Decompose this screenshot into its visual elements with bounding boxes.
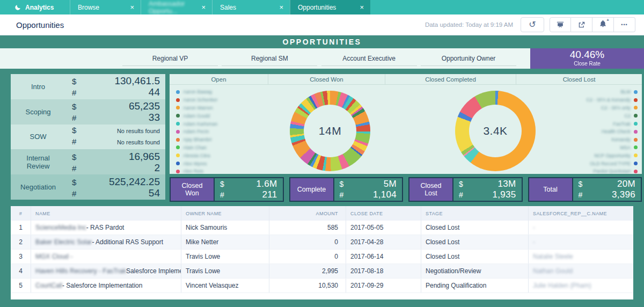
column-header[interactable]: CLOSE DATE — [346, 206, 421, 221]
name-visible: - Salesforce Implementation — [62, 282, 142, 289]
close-tab-icon[interactable]: × — [130, 4, 134, 11]
legend-item[interactable]: Kenandy — [586, 136, 638, 144]
table-row[interactable]: 1 ScienceMedia Inc - RAS Pardot Nick Sam… — [11, 221, 633, 235]
rep-redacted: - — [533, 224, 535, 231]
legend-item[interactable]: Ajay Bhambri — [176, 136, 218, 144]
column-header[interactable]: OWNER NAME — [181, 206, 269, 221]
legend-item[interactable]: Health Check — [586, 128, 638, 136]
kpi-count: 211 — [262, 189, 277, 200]
stage-metric-row[interactable]: Internal Review $ 16,965 # 2 — [11, 149, 165, 174]
kpi-amount-line: $ 1.6M — [220, 179, 277, 189]
legend-item[interactable]: Adam Pecin — [176, 128, 218, 136]
filter-dropdown[interactable]: Regional VP — [122, 48, 218, 69]
legend-item[interactable]: Alessia Citra — [176, 151, 218, 159]
column-header-closed-completed[interactable]: Closed Completed — [385, 74, 516, 84]
table-row[interactable]: 2 Baker Electric Solar - Additional RAS … — [11, 235, 633, 250]
name-cell: Haven Hills Recovery - FasTrak Salesforc… — [31, 264, 181, 278]
count-symbol: # — [220, 191, 224, 199]
legend-dot — [634, 114, 638, 118]
filter-dropdown[interactable]: Opportunity Owner — [421, 48, 516, 69]
legend-item[interactable]: Aaron Schenker — [176, 96, 218, 104]
close-tab-icon[interactable]: × — [201, 4, 206, 11]
legend-item[interactable]: MSA — [586, 144, 638, 152]
share-button[interactable] — [571, 17, 592, 32]
legend-item[interactable]: Pardot Quickstart — [586, 167, 638, 176]
legend-item[interactable]: Alex Reis — [176, 167, 218, 176]
amount-cell: 2,995 — [269, 264, 346, 278]
filter-dropdown[interactable]: Account Executive — [321, 48, 417, 69]
kpi-count: 1,935 — [492, 189, 516, 200]
table-body: 1 ScienceMedia Inc - RAS Pardot Nick Sam… — [11, 221, 633, 293]
legend-item[interactable]: NCP Opportunity — [586, 151, 638, 159]
more-button[interactable]: ••• — [614, 17, 635, 32]
stage-metric-row[interactable]: Scoping $ 65,235 # 33 — [11, 99, 165, 125]
legend-item[interactable]: C2 — [586, 112, 638, 120]
legend-item[interactable]: Adam Karloman — [176, 120, 218, 128]
present-button[interactable] — [550, 17, 571, 32]
column-header[interactable]: # — [11, 206, 31, 221]
table-row[interactable]: 5 CourtCall - Salesforce Implementation … — [11, 279, 633, 293]
stage-name: Intro — [11, 74, 65, 99]
close-tab-icon[interactable]: × — [360, 4, 364, 11]
legend-item[interactable]: BLM — [586, 88, 638, 96]
closed-completed-donut-chart[interactable]: 3.4K — [455, 91, 536, 171]
legend-label: Alex Reis — [183, 169, 203, 174]
legend-label: C2 - SFA only — [601, 105, 631, 111]
analytics-brand[interactable]: Analytics — [0, 0, 70, 14]
kpi-amount: 5M — [384, 179, 397, 189]
legend-label: NCP Opportunity — [594, 153, 631, 158]
row-number-cell: 2 — [11, 235, 31, 249]
column-header[interactable]: SALESFORCE_REP__C.NAME — [529, 206, 633, 221]
legend-item[interactable]: Aaron Warren — [176, 104, 218, 112]
tab-opportunities[interactable]: Opportunities × — [290, 0, 370, 14]
column-header-closed-lost[interactable]: Closed Lost — [516, 74, 642, 84]
legend-label: Kenandy — [611, 137, 631, 142]
legend-label: Aaron Bawag — [183, 89, 212, 94]
name-cell: MGX Cloud - — [31, 250, 181, 264]
closed-won-donut-chart[interactable]: 14M — [290, 91, 370, 171]
column-header[interactable]: NAME — [31, 206, 181, 221]
legend-item[interactable]: Aaron Bawag — [176, 88, 218, 96]
close-tab-icon[interactable]: × — [279, 4, 283, 11]
tab-label: Sales — [220, 4, 236, 11]
table-row[interactable]: 3 MGX Cloud - Travis Lowe 0 2017-06-14 C… — [11, 250, 633, 264]
notifications-button[interactable]: + — [592, 17, 614, 32]
column-header[interactable]: AMOUNT — [269, 206, 346, 221]
stage-metric-row[interactable]: SOW $ No results found # No results foun… — [11, 125, 165, 150]
tab-label: Browse — [78, 4, 99, 11]
table-row[interactable]: 4 Haven Hills Recovery - FasTrak Salesfo… — [11, 264, 633, 279]
stage-amount: 65,235 — [129, 100, 160, 112]
tab-sales[interactable]: Sales × — [212, 0, 290, 14]
legend-dot — [176, 122, 180, 126]
stage-count: 2 — [154, 162, 160, 174]
legend-item[interactable]: Adam Gould — [176, 112, 218, 120]
tab-label: Opportunities — [298, 4, 336, 11]
kpi-count-line: # 211 — [220, 189, 277, 200]
filter-dropdown[interactable]: Regional SM — [222, 48, 317, 69]
tab-ambassador-opportunities[interactable]: Ambassador Opportu... × — [141, 0, 212, 14]
kpi-amount: 1.6M — [257, 179, 277, 189]
legend-item[interactable]: Alex Myres — [176, 159, 218, 167]
stage-values: $ 16,965 # 2 — [65, 149, 165, 174]
tab-browse[interactable]: Browse × — [70, 0, 141, 14]
stage-amount-line: $ 16,965 — [72, 151, 160, 162]
legend-item[interactable]: C2 - SFA & Kenandy — [586, 96, 638, 104]
column-header-open[interactable]: Open — [170, 74, 268, 84]
stage-amount-line: $ 65,235 — [72, 100, 160, 112]
legend-item[interactable]: Alain Chan — [176, 144, 218, 152]
legend-dot — [634, 90, 638, 94]
amount-cell: 0 — [269, 235, 346, 249]
column-header[interactable]: STAGE — [421, 206, 529, 221]
legend-item[interactable]: C2 - SFA only — [586, 104, 638, 112]
legend-item[interactable]: FasTrak — [586, 120, 638, 128]
legend-dot — [176, 138, 180, 142]
legend-label: C2 - SFA & Kenandy — [586, 97, 631, 103]
currency-symbol: $ — [459, 180, 463, 188]
legend-dot — [176, 145, 180, 149]
column-header-closed-won[interactable]: Closed Won — [268, 74, 385, 84]
undo-button[interactable]: ↺ — [521, 17, 544, 32]
legend-dot — [634, 162, 638, 165]
legend-item[interactable]: OLD Record TYPE — [586, 159, 638, 167]
stage-metric-row[interactable]: Intro $ 130,461.5 # 44 — [11, 74, 165, 99]
stage-metric-row[interactable]: Negotiation $ 525,242.25 # 54 — [11, 174, 165, 200]
